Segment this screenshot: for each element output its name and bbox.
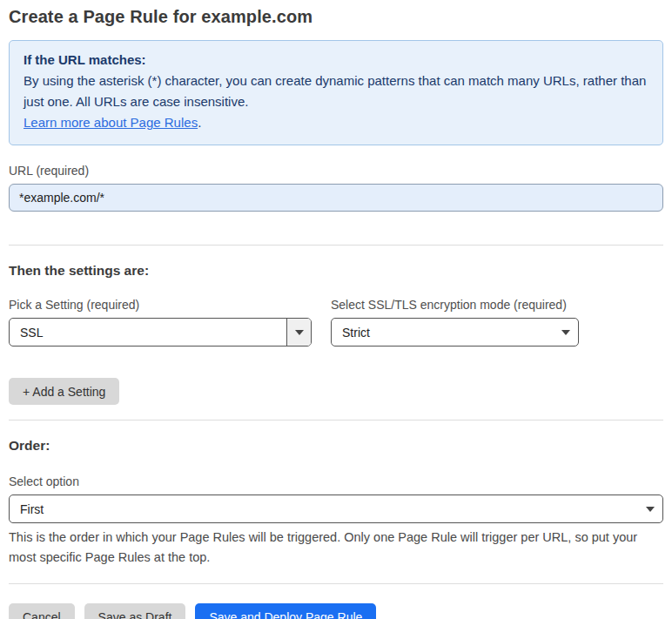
settings-row: Pick a Setting (required) SSL Select SSL… <box>9 298 663 347</box>
cancel-button[interactable]: Cancel <box>9 603 75 619</box>
chevron-down-icon <box>295 330 304 335</box>
save-deploy-button[interactable]: Save and Deploy Page Rule <box>195 603 376 619</box>
chevron-down-icon <box>554 330 578 335</box>
setting-picker-group: Pick a Setting (required) SSL <box>9 298 312 347</box>
order-help-text: This is the order in which your Page Rul… <box>9 528 653 568</box>
ssl-mode-value: Strict <box>332 326 554 340</box>
order-section-heading: Order: <box>9 438 663 454</box>
chevron-down-icon <box>638 507 662 512</box>
info-box-body: By using the asterisk (*) character, you… <box>24 71 648 112</box>
setting-picker-value: SSL <box>10 326 286 340</box>
divider <box>9 245 663 246</box>
learn-more-link[interactable]: Learn more about Page Rules <box>24 115 198 130</box>
info-box-heading: If the URL matches: <box>24 50 648 71</box>
page-title: Create a Page Rule for example.com <box>9 0 663 27</box>
order-select[interactable]: First <box>9 495 663 523</box>
order-select-value: First <box>10 502 638 516</box>
url-field-label: URL (required) <box>9 164 663 178</box>
setting-picker-select[interactable]: SSL <box>9 318 312 347</box>
link-period: . <box>198 115 201 130</box>
url-input[interactable] <box>9 184 663 212</box>
save-draft-button[interactable]: Save as Draft <box>84 603 186 619</box>
setting-picker-dropdown-button[interactable] <box>286 319 311 346</box>
page-rule-form: Create a Page Rule for example.com If th… <box>0 0 672 619</box>
add-setting-button[interactable]: + Add a Setting <box>9 378 119 405</box>
ssl-mode-label: Select SSL/TLS encryption mode (required… <box>331 298 579 312</box>
settings-section-heading: Then the settings are: <box>9 263 663 279</box>
url-match-info-box: If the URL matches: By using the asteris… <box>9 40 663 145</box>
ssl-mode-group: Select SSL/TLS encryption mode (required… <box>331 298 579 347</box>
divider <box>9 420 663 421</box>
ssl-mode-select[interactable]: Strict <box>331 318 579 347</box>
info-box-link-line: Learn more about Page Rules. <box>24 112 648 133</box>
order-select-label: Select option <box>9 474 663 488</box>
footer-buttons: Cancel Save as Draft Save and Deploy Pag… <box>9 603 663 619</box>
setting-picker-label: Pick a Setting (required) <box>9 298 312 312</box>
divider <box>9 583 663 584</box>
